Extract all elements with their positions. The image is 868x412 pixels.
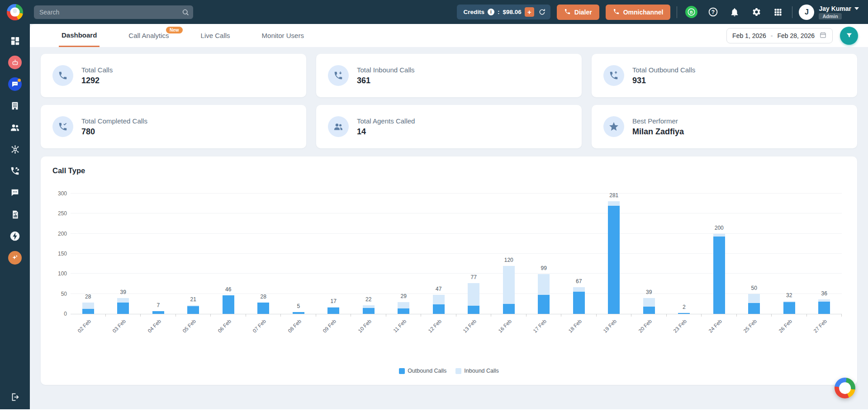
bar-segment-outbound[interactable] [433, 304, 445, 314]
svg-text:?: ? [711, 9, 715, 15]
calendar-icon[interactable] [819, 31, 827, 40]
bar-value-label: 36 [821, 290, 827, 297]
user-menu[interactable]: J Jay Kumar Admin [799, 5, 859, 20]
tab-monitor-users[interactable]: Monitor Users [259, 24, 307, 47]
exit-icon[interactable] [6, 389, 24, 405]
sms-icon[interactable] [6, 185, 24, 200]
tab-call-analytics[interactable]: Call AnalyticsNew [126, 24, 171, 47]
x-axis-tick-label: 18 Feb [567, 318, 583, 334]
bar-segment-outbound[interactable] [608, 206, 620, 314]
bar-segment-outbound[interactable] [468, 306, 479, 314]
info-icon[interactable]: i [488, 9, 494, 15]
bar-segment-inbound[interactable] [398, 302, 409, 308]
divider [792, 6, 792, 18]
bar-segment-inbound[interactable] [643, 298, 655, 307]
bar-segment-inbound[interactable] [538, 274, 550, 295]
bar-value-label: 28 [85, 294, 91, 300]
hub-icon[interactable] [6, 142, 24, 157]
stat-card-total-inbound-calls: Total Inbound Calls361 [316, 54, 582, 97]
bar-segment-outbound[interactable] [363, 308, 375, 314]
bar-value-label: 47 [436, 286, 441, 292]
bar-slot-07-feb: 2807 Feb [246, 194, 281, 314]
tab-live-calls[interactable]: Live Calls [198, 24, 233, 47]
add-credits-button[interactable]: + [525, 7, 534, 17]
stats-grid: Total Calls1292Total Inbound Calls361Tot… [41, 54, 857, 148]
bar-segment-outbound[interactable] [257, 303, 269, 314]
company-icon[interactable] [6, 98, 24, 114]
refresh-credits-icon[interactable] [538, 8, 546, 16]
bar-segment-inbound[interactable] [573, 287, 585, 292]
call-forward-icon[interactable] [6, 163, 24, 179]
ai-icon[interactable] [6, 250, 24, 265]
bar-segment-outbound[interactable] [538, 295, 550, 314]
search-input[interactable] [34, 9, 193, 16]
bar-segment-outbound[interactable] [503, 304, 515, 314]
tab-label: Live Calls [201, 32, 230, 39]
filter-button[interactable] [840, 27, 858, 45]
stat-label: Total Completed Calls [81, 117, 147, 125]
main-content: DashboardCall AnalyticsNewLive CallsMoni… [30, 24, 868, 409]
bar-segment-outbound[interactable] [643, 307, 655, 314]
search-box[interactable] [34, 5, 193, 19]
help-icon[interactable]: ? [705, 5, 721, 19]
x-axis-tick-label: 10 Feb [357, 318, 372, 334]
bar-segment-outbound[interactable] [327, 308, 339, 314]
notification-dot [18, 79, 21, 82]
bar-segment-outbound[interactable] [223, 295, 234, 314]
bar-segment-outbound[interactable] [713, 237, 725, 314]
whatsapp-business-icon[interactable]: B [683, 5, 699, 19]
bar-segment-inbound[interactable] [433, 295, 445, 304]
bar-slot-25-feb: 5025 Feb [737, 194, 772, 314]
notifications-icon[interactable] [727, 5, 742, 19]
x-axis-tick-label: 02 Feb [76, 318, 92, 334]
bar-segment-inbound[interactable] [503, 266, 515, 304]
dashboard-icon[interactable] [6, 33, 24, 48]
bar-segment-inbound[interactable] [82, 303, 94, 309]
contacts-icon[interactable] [6, 120, 24, 135]
power-icon[interactable] [6, 228, 24, 244]
date-range-picker[interactable]: Feb 1, 2026 - Feb 28, 2026 [726, 28, 833, 43]
stacked-bar [257, 303, 269, 314]
bar-segment-outbound[interactable] [678, 313, 690, 314]
x-axis-tick-label: 13 Feb [462, 318, 478, 334]
stacked-bar [223, 295, 234, 314]
bar-segment-outbound[interactable] [783, 302, 795, 314]
search-icon[interactable] [181, 8, 190, 18]
omnichannel-button[interactable]: Omnichannel [606, 5, 671, 20]
bar-segment-inbound[interactable] [608, 201, 620, 206]
bar-slot-16-feb: 12016 Feb [491, 194, 526, 314]
chat-widget-button[interactable] [835, 378, 855, 398]
dialer-button[interactable]: Dialer [557, 5, 599, 20]
legend-item-outbound-calls[interactable]: Outbound Calls [399, 368, 446, 374]
bar-value-label: 200 [715, 225, 724, 231]
bar-segment-outbound[interactable] [818, 302, 830, 314]
bar-segment-inbound[interactable] [117, 298, 129, 303]
bar-segment-outbound[interactable] [398, 308, 409, 314]
bot-icon[interactable] [6, 55, 24, 70]
phone-incoming-icon [328, 65, 349, 86]
bar-segment-inbound[interactable] [748, 294, 760, 303]
chat-icon[interactable] [6, 76, 24, 92]
bar-segment-outbound[interactable] [573, 292, 585, 314]
bar-segment-outbound[interactable] [117, 303, 129, 314]
date-end[interactable]: Feb 28, 2026 [777, 32, 815, 39]
chevron-down-icon[interactable] [854, 7, 859, 10]
bar-segment-outbound[interactable] [293, 312, 304, 314]
bar-segment-outbound[interactable] [748, 303, 760, 314]
x-axis-tick-label: 20 Feb [637, 318, 653, 334]
date-start[interactable]: Feb 1, 2026 [732, 32, 766, 39]
bar-segment-outbound[interactable] [187, 306, 199, 314]
apps-grid-icon[interactable] [770, 5, 786, 19]
legend-item-inbound-calls[interactable]: Inbound Calls [455, 368, 498, 374]
call-type-chart-card: Call Type 0501001502002503002802 Feb3903… [41, 156, 857, 385]
bar-segment-inbound[interactable] [468, 283, 479, 306]
bar-value-label: 32 [786, 292, 792, 298]
bar-segment-outbound[interactable] [82, 309, 94, 314]
chart-plot: 0501001502002503002802 Feb3903 Feb704 Fe… [71, 194, 842, 314]
settings-icon[interactable] [749, 5, 764, 19]
report-icon[interactable] [6, 207, 24, 222]
tab-dashboard[interactable]: Dashboard [59, 24, 100, 47]
bar-segment-outbound[interactable] [152, 311, 164, 314]
stat-label: Total Inbound Calls [357, 66, 415, 74]
avatar[interactable]: J [799, 5, 814, 20]
